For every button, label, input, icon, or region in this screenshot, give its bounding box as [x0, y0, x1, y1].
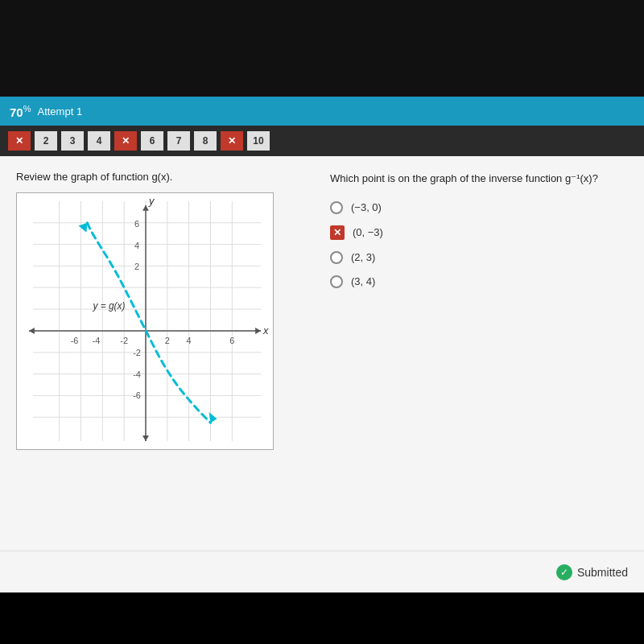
- radio-4[interactable]: [330, 275, 343, 288]
- svg-text:4: 4: [134, 241, 139, 250]
- answer-label-2: (0, −3): [353, 226, 383, 238]
- answer-label-1: (−3, 0): [351, 201, 382, 213]
- right-question-label: Which point is on the graph of the inver…: [330, 171, 628, 187]
- answer-option-1[interactable]: (−3, 0): [330, 201, 628, 214]
- answer-label-4: (3, 4): [351, 275, 375, 287]
- wrong-x-icon: ✕: [330, 225, 345, 240]
- radio-3[interactable]: [330, 251, 343, 264]
- nav-btn-7[interactable]: 7: [167, 131, 190, 151]
- radio-1[interactable]: [330, 201, 343, 214]
- nav-btn-2[interactable]: 2: [35, 131, 57, 151]
- nav-btn-9[interactable]: ✕: [221, 131, 243, 151]
- answer-option-2[interactable]: ✕ (0, −3): [330, 225, 628, 240]
- attempt-label: Attempt 1: [37, 105, 82, 118]
- header-bar: 70% Attempt 1: [0, 97, 644, 126]
- svg-text:y = g(x): y = g(x): [92, 300, 125, 312]
- nav-btn-3[interactable]: 3: [61, 131, 84, 151]
- score-number: 70: [10, 105, 23, 119]
- svg-text:-2: -2: [120, 336, 128, 345]
- bottom-bar: ✓ Submitted: [0, 551, 644, 592]
- main-content: Review the graph of function g(x).: [0, 156, 644, 551]
- left-section: Review the graph of function g(x).: [16, 171, 322, 536]
- svg-text:2: 2: [165, 336, 170, 345]
- left-question-label: Review the graph of function g(x).: [16, 171, 306, 183]
- nav-btn-1[interactable]: ✕: [8, 131, 31, 151]
- nav-btn-5[interactable]: ✕: [114, 131, 137, 151]
- answer-option-4[interactable]: (3, 4): [330, 275, 628, 288]
- nav-btn-8[interactable]: 8: [194, 131, 217, 151]
- svg-text:-6: -6: [133, 390, 141, 400]
- svg-text:-4: -4: [133, 369, 141, 379]
- svg-text:-6: -6: [71, 336, 79, 345]
- graph-container: x y -6 -4 -2 2 4 6 6 4 2 -2 -4 -6: [16, 192, 274, 450]
- check-icon: ✓: [556, 564, 572, 580]
- svg-text:6: 6: [229, 336, 234, 345]
- svg-text:4: 4: [187, 336, 192, 345]
- nav-btn-6[interactable]: 6: [141, 131, 163, 151]
- svg-text:2: 2: [134, 262, 139, 271]
- right-section: Which point is on the graph of the inver…: [322, 171, 628, 536]
- submitted-label: Submitted: [577, 566, 628, 579]
- answer-label-3: (2, 3): [351, 251, 375, 263]
- score-display: 70%: [10, 104, 31, 119]
- submitted-badge: ✓ Submitted: [556, 564, 628, 580]
- svg-text:x: x: [262, 324, 269, 336]
- svg-text:-4: -4: [93, 336, 101, 345]
- question-nav-bar: ✕234✕678✕10: [0, 126, 644, 156]
- graph-svg: x y -6 -4 -2 2 4 6 6 4 2 -2 -4 -6: [17, 193, 273, 449]
- svg-text:6: 6: [134, 219, 139, 229]
- svg-text:-2: -2: [133, 348, 141, 357]
- nav-btn-4[interactable]: 4: [88, 131, 110, 151]
- answer-option-3[interactable]: (2, 3): [330, 251, 628, 264]
- nav-btn-10[interactable]: 10: [247, 131, 270, 151]
- svg-rect-0: [17, 193, 273, 449]
- percent-label: %: [23, 104, 31, 114]
